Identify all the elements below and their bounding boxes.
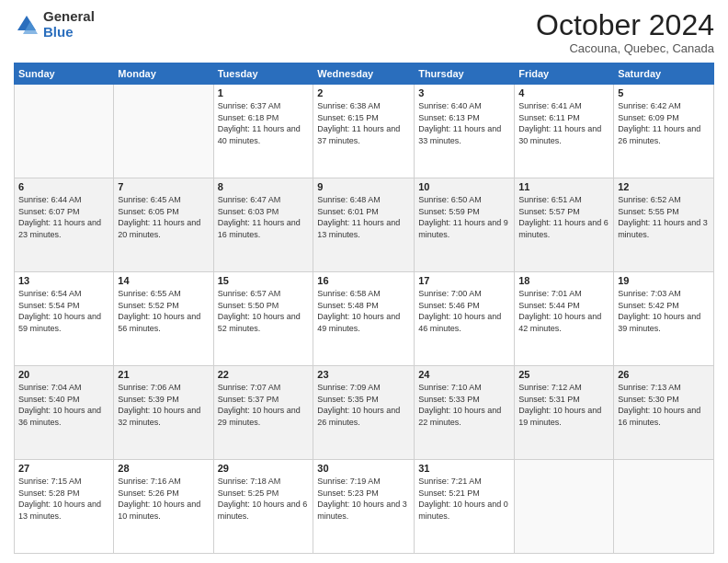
day-number: 22 [218,369,310,380]
day-info: Sunrise: 7:10 AM Sunset: 5:33 PM Dayligh… [418,382,510,428]
logo-text: General Blue [43,9,95,40]
day-number: 21 [118,369,209,380]
day-number: 31 [418,463,510,474]
day-cell: 1Sunrise: 6:37 AM Sunset: 6:18 PM Daylig… [213,85,313,178]
calendar-table: SundayMondayTuesdayWednesdayThursdayFrid… [14,63,714,554]
day-cell: 20Sunrise: 7:04 AM Sunset: 5:40 PM Dayli… [15,366,114,460]
day-info: Sunrise: 6:51 AM Sunset: 5:57 PM Dayligh… [518,194,609,240]
day-number: 25 [518,369,609,380]
day-info: Sunrise: 6:55 AM Sunset: 5:52 PM Dayligh… [118,288,209,334]
day-cell: 11Sunrise: 6:51 AM Sunset: 5:57 PM Dayli… [515,178,614,272]
day-cell: 12Sunrise: 6:52 AM Sunset: 5:55 PM Dayli… [614,178,714,272]
week-row-4: 20Sunrise: 7:04 AM Sunset: 5:40 PM Dayli… [15,366,714,460]
logo-blue: Blue [43,25,95,40]
day-cell: 5Sunrise: 6:42 AM Sunset: 6:09 PM Daylig… [614,85,714,178]
day-number: 16 [317,275,410,286]
day-number: 20 [18,369,109,380]
logo-general: General [43,9,95,25]
day-number: 19 [618,275,710,286]
day-info: Sunrise: 7:12 AM Sunset: 5:31 PM Dayligh… [518,382,609,428]
header: General Blue October 2024 Cacouna, Quebe… [14,9,714,55]
day-info: Sunrise: 6:44 AM Sunset: 6:07 PM Dayligh… [18,194,109,240]
logo: General Blue [14,9,95,40]
col-header-friday: Friday [515,63,614,85]
day-cell [114,85,213,178]
day-cell: 24Sunrise: 7:10 AM Sunset: 5:33 PM Dayli… [415,366,515,460]
day-number: 30 [317,463,410,474]
day-cell: 29Sunrise: 7:18 AM Sunset: 5:25 PM Dayli… [213,460,313,554]
day-cell: 31Sunrise: 7:21 AM Sunset: 5:21 PM Dayli… [415,460,515,554]
subtitle: Cacouna, Quebec, Canada [536,41,714,55]
page: General Blue October 2024 Cacouna, Quebe… [0,0,728,563]
col-header-sunday: Sunday [15,63,114,85]
week-row-1: 1Sunrise: 6:37 AM Sunset: 6:18 PM Daylig… [15,85,714,178]
logo-icon [14,12,40,38]
day-cell: 3Sunrise: 6:40 AM Sunset: 6:13 PM Daylig… [415,85,515,178]
day-cell: 9Sunrise: 6:48 AM Sunset: 6:01 PM Daylig… [313,178,415,272]
day-number: 18 [518,275,609,286]
day-cell [515,460,614,554]
week-row-3: 13Sunrise: 6:54 AM Sunset: 5:54 PM Dayli… [15,272,714,366]
day-info: Sunrise: 7:00 AM Sunset: 5:46 PM Dayligh… [418,288,510,334]
day-info: Sunrise: 7:19 AM Sunset: 5:23 PM Dayligh… [317,476,410,522]
day-number: 6 [18,181,109,192]
day-info: Sunrise: 7:07 AM Sunset: 5:37 PM Dayligh… [218,382,310,428]
day-number: 11 [518,181,609,192]
day-cell: 27Sunrise: 7:15 AM Sunset: 5:28 PM Dayli… [15,460,114,554]
day-cell: 19Sunrise: 7:03 AM Sunset: 5:42 PM Dayli… [614,272,714,366]
day-cell: 8Sunrise: 6:47 AM Sunset: 6:03 PM Daylig… [213,178,313,272]
day-cell [614,460,714,554]
day-number: 8 [218,181,310,192]
day-info: Sunrise: 7:09 AM Sunset: 5:35 PM Dayligh… [317,382,410,428]
day-number: 12 [618,181,710,192]
title-block: October 2024 Cacouna, Quebec, Canada [536,9,714,55]
day-number: 27 [18,463,109,474]
day-info: Sunrise: 7:03 AM Sunset: 5:42 PM Dayligh… [618,288,710,334]
day-info: Sunrise: 7:16 AM Sunset: 5:26 PM Dayligh… [118,476,209,522]
day-info: Sunrise: 7:06 AM Sunset: 5:39 PM Dayligh… [118,382,209,428]
day-number: 28 [118,463,209,474]
day-info: Sunrise: 7:13 AM Sunset: 5:30 PM Dayligh… [618,382,710,428]
day-cell: 30Sunrise: 7:19 AM Sunset: 5:23 PM Dayli… [313,460,415,554]
day-info: Sunrise: 6:52 AM Sunset: 5:55 PM Dayligh… [618,194,710,240]
day-number: 9 [317,181,410,192]
day-info: Sunrise: 6:50 AM Sunset: 5:59 PM Dayligh… [418,194,510,240]
day-info: Sunrise: 6:38 AM Sunset: 6:15 PM Dayligh… [317,100,410,146]
day-cell: 26Sunrise: 7:13 AM Sunset: 5:30 PM Dayli… [614,366,714,460]
day-info: Sunrise: 6:41 AM Sunset: 6:11 PM Dayligh… [518,100,609,146]
day-info: Sunrise: 6:48 AM Sunset: 6:01 PM Dayligh… [317,194,410,240]
col-header-saturday: Saturday [614,63,714,85]
col-header-monday: Monday [114,63,213,85]
day-cell: 21Sunrise: 7:06 AM Sunset: 5:39 PM Dayli… [114,366,213,460]
day-number: 1 [218,87,310,98]
day-number: 26 [618,369,710,380]
day-number: 13 [18,275,109,286]
day-number: 29 [218,463,310,474]
day-cell: 14Sunrise: 6:55 AM Sunset: 5:52 PM Dayli… [114,272,213,366]
day-cell: 4Sunrise: 6:41 AM Sunset: 6:11 PM Daylig… [515,85,614,178]
day-info: Sunrise: 6:47 AM Sunset: 6:03 PM Dayligh… [218,194,310,240]
day-cell: 18Sunrise: 7:01 AM Sunset: 5:44 PM Dayli… [515,272,614,366]
day-number: 17 [418,275,510,286]
day-number: 24 [418,369,510,380]
day-number: 7 [118,181,209,192]
day-info: Sunrise: 7:18 AM Sunset: 5:25 PM Dayligh… [218,476,310,522]
day-cell: 10Sunrise: 6:50 AM Sunset: 5:59 PM Dayli… [415,178,515,272]
day-info: Sunrise: 7:15 AM Sunset: 5:28 PM Dayligh… [18,476,109,522]
col-header-wednesday: Wednesday [313,63,415,85]
day-cell: 17Sunrise: 7:00 AM Sunset: 5:46 PM Dayli… [415,272,515,366]
day-cell: 16Sunrise: 6:58 AM Sunset: 5:48 PM Dayli… [313,272,415,366]
day-number: 4 [518,87,609,98]
col-header-thursday: Thursday [415,63,515,85]
day-number: 2 [317,87,410,98]
day-cell: 15Sunrise: 6:57 AM Sunset: 5:50 PM Dayli… [213,272,313,366]
day-number: 10 [418,181,510,192]
day-cell: 22Sunrise: 7:07 AM Sunset: 5:37 PM Dayli… [213,366,313,460]
day-info: Sunrise: 6:42 AM Sunset: 6:09 PM Dayligh… [618,100,710,146]
week-row-2: 6Sunrise: 6:44 AM Sunset: 6:07 PM Daylig… [15,178,714,272]
day-cell: 13Sunrise: 6:54 AM Sunset: 5:54 PM Dayli… [15,272,114,366]
day-number: 15 [218,275,310,286]
day-info: Sunrise: 7:01 AM Sunset: 5:44 PM Dayligh… [518,288,609,334]
day-info: Sunrise: 6:58 AM Sunset: 5:48 PM Dayligh… [317,288,410,334]
week-row-5: 27Sunrise: 7:15 AM Sunset: 5:28 PM Dayli… [15,460,714,554]
